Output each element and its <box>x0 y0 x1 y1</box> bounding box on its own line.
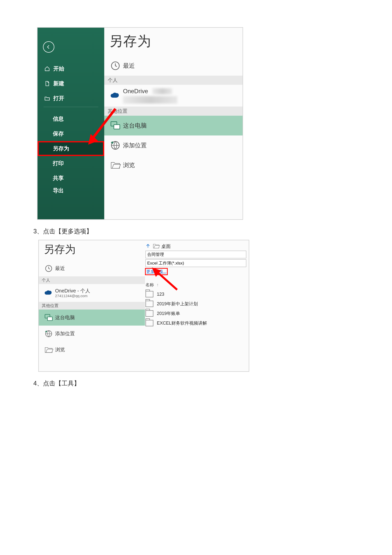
clock-icon <box>42 265 55 272</box>
location-label: 添加位置 <box>55 330 75 337</box>
folder-name: 2019年账单 <box>157 311 180 316</box>
add-location-icon <box>108 141 123 150</box>
location-recent[interactable]: 最近 <box>39 260 145 276</box>
sidebar-item-saveas[interactable]: 另存为 <box>38 141 104 156</box>
location-label: 浏览 <box>123 161 135 169</box>
sidebar-item-label: 信息 <box>53 115 64 123</box>
backstage-sidebar: 开始 新建 打开 信息 保存 另存为 <box>38 28 104 219</box>
blurred-text <box>152 88 172 94</box>
sidebar-item-open[interactable]: 打开 <box>38 91 104 106</box>
location-onedrive[interactable]: OneDrive - 个人 27411244@qq.com <box>39 284 145 302</box>
location-label: OneDrive <box>123 88 148 95</box>
saveas-locations-panel: 另存为 最近 个人 OneDrive - 个人 27411244@qq.com … <box>39 240 145 371</box>
section-header-personal: 个人 <box>104 76 243 85</box>
filename-input[interactable]: 合同管理 <box>145 251 246 258</box>
location-browse[interactable]: 浏览 <box>39 342 145 358</box>
onedrive-icon <box>42 290 55 296</box>
new-doc-icon <box>44 81 50 86</box>
location-label: 最近 <box>55 265 65 272</box>
clock-icon <box>108 61 123 70</box>
sidebar-item-save[interactable]: 保存 <box>38 126 104 141</box>
folder-icon <box>145 310 153 317</box>
sidebar-item-home[interactable]: 开始 <box>38 61 104 76</box>
sidebar-item-info[interactable]: 信息 <box>38 111 104 126</box>
folder-name: 2019年新中上架计划 <box>157 301 198 307</box>
section-header-personal: 个人 <box>39 276 145 284</box>
location-label: 浏览 <box>55 346 65 353</box>
sidebar-item-print[interactable]: 打印 <box>38 156 104 171</box>
open-folder-icon <box>44 96 50 101</box>
onedrive-account: 27411244@qq.com <box>55 294 90 298</box>
folder-row[interactable]: 2019年新中上架计划 <box>145 301 246 307</box>
folder-open-icon <box>153 244 159 249</box>
sidebar-item-label: 导出 <box>53 187 64 194</box>
location-label: 最近 <box>123 62 135 70</box>
sidebar-item-new[interactable]: 新建 <box>38 76 104 91</box>
sidebar-item-label: 打开 <box>53 95 64 102</box>
location-label: 添加位置 <box>123 141 147 149</box>
column-header-name[interactable]: 名称 ↑ <box>145 282 246 288</box>
svg-rect-2 <box>114 125 120 129</box>
location-recent[interactable]: 最近 <box>104 56 243 76</box>
saveas-main-panel: 另存为 最近 个人 OneDrive <box>104 28 243 219</box>
onedrive-icon <box>108 92 123 99</box>
this-pc-icon <box>108 121 123 130</box>
breadcrumb-path: 桌面 <box>161 243 171 250</box>
saveas-detail-panel: 桌面 合同管理 Excel 工作簿(*.xlsx) 更多选项... 名称 ↑ 1… <box>145 240 249 371</box>
location-label: 这台电脑 <box>123 122 147 130</box>
location-browse[interactable]: 浏览 <box>104 155 243 175</box>
breadcrumb[interactable]: 桌面 <box>145 243 246 250</box>
folder-row[interactable]: 123 <box>145 291 246 297</box>
sidebar-item-label: 保存 <box>53 130 64 137</box>
onedrive-title: OneDrive - 个人 <box>55 288 90 294</box>
location-this-pc[interactable]: 这台电脑 <box>39 310 145 326</box>
add-location-icon <box>42 330 55 337</box>
section-header-other: 其他位置 <box>104 107 243 116</box>
up-arrow-icon[interactable] <box>145 244 150 249</box>
more-options-link[interactable]: 更多选项... <box>145 268 167 275</box>
back-button[interactable] <box>43 41 54 53</box>
location-add[interactable]: 添加位置 <box>39 326 145 342</box>
filetype-select[interactable]: Excel 工作簿(*.xlsx) <box>145 259 246 267</box>
folder-row[interactable]: 2019年账单 <box>145 310 246 317</box>
sidebar-divider <box>43 107 98 107</box>
step-4-caption: 4、点击【工具】 <box>33 379 359 387</box>
folder-icon <box>145 291 153 297</box>
sidebar-item-label: 新建 <box>53 80 64 87</box>
step-3-caption: 3、点击【更多选项】 <box>33 227 359 235</box>
page-title: 另存为 <box>109 32 243 50</box>
folder-name: EXCEL财务软件视频讲解 <box>157 320 207 326</box>
browse-folder-icon <box>108 161 123 169</box>
location-this-pc[interactable]: 这台电脑 <box>104 116 243 135</box>
folder-icon <box>145 320 153 326</box>
sidebar-item-label: 开始 <box>53 65 64 72</box>
location-onedrive[interactable]: OneDrive <box>104 85 243 107</box>
blurred-text <box>123 96 177 104</box>
sidebar-item-label: 另存为 <box>53 145 69 152</box>
sort-asc-icon: ↑ <box>157 283 159 287</box>
folder-row[interactable]: EXCEL财务软件视频讲解 <box>145 320 246 326</box>
sidebar-item-export[interactable]: 导出 <box>38 186 104 196</box>
location-add[interactable]: 添加位置 <box>104 135 243 155</box>
sidebar-item-share[interactable]: 共享 <box>38 171 104 186</box>
folder-name: 123 <box>157 292 164 297</box>
screenshot-saveas-backstage: 开始 新建 打开 信息 保存 另存为 <box>37 27 243 220</box>
screenshot-saveas-moreoptions: 另存为 最近 个人 OneDrive - 个人 27411244@qq.com … <box>38 240 249 372</box>
section-header-other: 其他位置 <box>39 302 145 310</box>
home-icon <box>44 66 50 71</box>
sidebar-item-label: 共享 <box>53 175 64 182</box>
arrow-left-icon <box>46 44 51 49</box>
browse-folder-icon <box>42 347 55 353</box>
page-title: 另存为 <box>44 242 145 257</box>
sidebar-item-label: 打印 <box>53 160 64 167</box>
svg-rect-6 <box>47 317 52 320</box>
folder-icon <box>145 301 153 307</box>
location-label: 这台电脑 <box>55 314 75 321</box>
this-pc-icon <box>42 314 55 321</box>
